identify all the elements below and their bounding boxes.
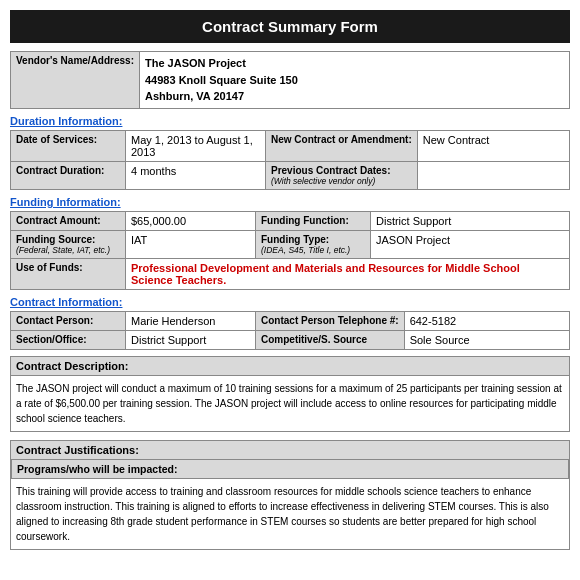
date-value: May 1, 2013 to August 1, 2013: [126, 130, 266, 161]
duration-label: Contract Duration:: [11, 161, 126, 189]
phone-value: 642-5182: [404, 311, 569, 330]
function-label: Funding Function:: [256, 211, 371, 230]
amount-label: Contract Amount:: [11, 211, 126, 230]
amount-value: $65,000.00: [126, 211, 256, 230]
justification-body: This training will provide access to tra…: [10, 478, 570, 550]
competitive-value: Sole Source: [404, 330, 569, 349]
description-header: Contract Description:: [10, 356, 570, 375]
source-label: Funding Source: (Federal, State, IAT, et…: [11, 230, 126, 258]
vendor-address1: 44983 Knoll Square Suite 150: [145, 74, 298, 86]
competitive-label: Competitive/S. Source: [256, 330, 405, 349]
type-label: Funding Type: (IDEA, S45, Title I, etc.): [256, 230, 371, 258]
vendor-address2: Ashburn, VA 20147: [145, 90, 244, 102]
source-value: IAT: [126, 230, 256, 258]
contact-value: Marie Henderson: [126, 311, 256, 330]
vendor-address: The JASON Project 44983 Knoll Square Sui…: [139, 52, 569, 109]
section-office-value: District Support: [126, 330, 256, 349]
justification-header: Contract Justifications:: [10, 440, 570, 459]
function-value: District Support: [371, 211, 570, 230]
date-label: Date of Services:: [11, 130, 126, 161]
page-title: Contract Summary Form: [10, 10, 570, 43]
contract-info-section-label: Contract Information:: [10, 296, 570, 308]
contact-label: Contact Person:: [11, 311, 126, 330]
vendor-label: Vendor's Name/Address:: [11, 52, 140, 109]
use-value: Professional Development and Materials a…: [126, 258, 570, 289]
section-office-label: Section/Office:: [11, 330, 126, 349]
prev-dates-label: Previous Contract Dates: (With selective…: [266, 161, 418, 189]
type-value: JASON Project: [371, 230, 570, 258]
programs-subheader: Programs/who will be impacted:: [11, 459, 569, 478]
phone-label: Contact Person Telephone #:: [256, 311, 405, 330]
new-contract-label: New Contract or Amendment:: [266, 130, 418, 161]
new-contract-value: New Contract: [417, 130, 569, 161]
duration-section-label: Duration Information:: [10, 115, 570, 127]
use-label: Use of Funds:: [11, 258, 126, 289]
description-body: The JASON project will conduct a maximum…: [10, 375, 570, 432]
funding-section-label: Funding Information:: [10, 196, 570, 208]
vendor-name: The JASON Project: [145, 57, 246, 69]
duration-value: 4 months: [126, 161, 266, 189]
prev-dates-value: [417, 161, 569, 189]
